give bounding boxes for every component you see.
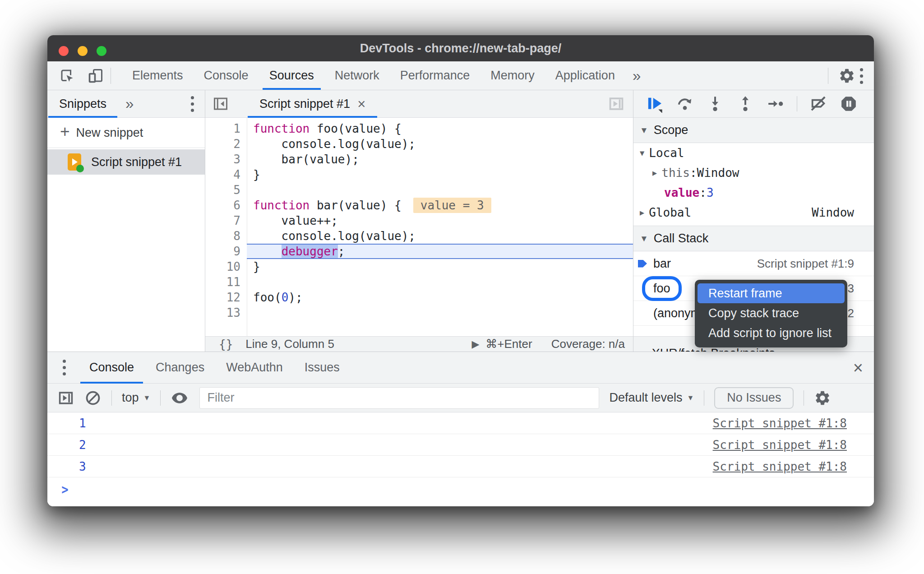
console-message-row[interactable]: 1Script snippet #1:8 — [47, 412, 874, 434]
menu-item-restart-frame[interactable]: Restart frame — [698, 283, 845, 303]
inspect-icon[interactable] — [59, 68, 75, 84]
code-line[interactable]: 11 — [205, 274, 633, 290]
run-snippet-icon[interactable]: ▶ — [471, 338, 479, 350]
navigator-kebab-icon[interactable] — [186, 96, 199, 112]
scope-local[interactable]: ▼ Local — [633, 143, 874, 163]
scope-global-label: Global — [649, 206, 691, 219]
code-editor[interactable]: 1function foo(value) {2 console.log(valu… — [205, 118, 633, 336]
code-token: function — [253, 199, 310, 212]
close-window-button[interactable] — [59, 46, 69, 56]
console-prompt[interactable]: > — [47, 477, 874, 501]
line-number[interactable]: 9 — [205, 244, 247, 259]
message-source-link[interactable]: Script snippet #1:8 — [713, 417, 847, 430]
line-number[interactable]: 6 — [205, 198, 247, 213]
line-number[interactable]: 8 — [205, 228, 247, 244]
tab-application[interactable]: Application — [545, 61, 625, 90]
close-tab-icon[interactable]: × — [357, 97, 365, 111]
step-out-icon[interactable] — [736, 95, 754, 113]
console-filter-input[interactable] — [199, 387, 599, 409]
code-line[interactable]: 4} — [205, 167, 633, 182]
step-into-icon[interactable] — [706, 95, 724, 113]
tab-performance[interactable]: Performance — [390, 61, 480, 90]
minimize-window-button[interactable] — [78, 46, 88, 56]
tab-network[interactable]: Network — [324, 61, 390, 90]
collapse-triangle-icon: ▼ — [640, 234, 648, 244]
scope-section-header[interactable]: ▼ Scope — [633, 118, 874, 143]
resume-script-icon[interactable] — [646, 95, 664, 113]
line-number[interactable]: 2 — [205, 136, 247, 152]
console-settings-gear-icon[interactable] — [814, 389, 831, 407]
prompt-chevron-icon: > — [61, 481, 68, 497]
tab-snippets[interactable]: Snippets — [47, 90, 118, 117]
tab-elements[interactable]: Elements — [122, 61, 194, 90]
more-tabs-icon[interactable]: » — [625, 67, 648, 84]
call-stack-frame[interactable]: barScript snippet #1:9 — [633, 251, 874, 276]
message-source-link[interactable]: Script snippet #1:8 — [713, 460, 847, 473]
more-navigator-tabs-icon[interactable]: » — [118, 95, 141, 112]
new-snippet-button[interactable]: + New snippet — [47, 118, 205, 148]
line-number[interactable]: 13 — [205, 305, 247, 320]
device-toolbar-icon[interactable] — [87, 68, 104, 84]
drawer-tab-webauthn[interactable]: WebAuthn — [215, 352, 294, 383]
line-number[interactable]: 11 — [205, 274, 247, 290]
no-issues-button[interactable]: No Issues — [714, 387, 794, 409]
line-number[interactable]: 7 — [205, 213, 247, 228]
active-frame-marker-icon — [638, 260, 647, 268]
drawer-tab-issues[interactable]: Issues — [294, 352, 351, 383]
context-menu: Restart frameCopy stack traceAdd script … — [695, 280, 847, 347]
console-message-row[interactable]: 3Script snippet #1:8 — [47, 456, 874, 477]
scope-value-row[interactable]: value: 3 — [633, 183, 874, 203]
navigator-pane: Snippets » + New snippet Script snippet … — [47, 90, 205, 352]
code-line[interactable]: 5 — [205, 182, 633, 198]
menu-item-add-script-to-ignore-list[interactable]: Add script to ignore list — [698, 323, 845, 343]
code-line[interactable]: 1function foo(value) { — [205, 121, 633, 136]
log-levels-selector[interactable]: Default levels ▼ — [609, 391, 694, 405]
scope-this-row[interactable]: ▶ this: Window — [633, 163, 874, 183]
line-number[interactable]: 4 — [205, 167, 247, 182]
drawer-tab-changes[interactable]: Changes — [145, 352, 215, 383]
tab-console[interactable]: Console — [194, 61, 259, 90]
pretty-print-icon[interactable]: {} — [219, 338, 233, 351]
drawer-kebab-icon[interactable] — [58, 360, 70, 375]
line-number[interactable]: 3 — [205, 152, 247, 167]
code-line[interactable]: 12foo(0); — [205, 290, 633, 305]
console-message-row[interactable]: 2Script snippet #1:8 — [47, 434, 874, 456]
code-line[interactable]: 8 console.log(value); — [205, 228, 633, 244]
pause-on-exceptions-icon[interactable] — [840, 95, 858, 113]
clear-console-icon[interactable] — [84, 389, 102, 407]
settings-gear-icon[interactable] — [838, 67, 855, 84]
call-stack-section-header[interactable]: ▼ Call Stack — [633, 226, 874, 251]
context-selector[interactable]: top ▼ — [122, 391, 150, 405]
step-over-icon[interactable] — [676, 95, 694, 113]
zoom-window-button[interactable] — [97, 46, 106, 56]
code-line[interactable]: 7 value++; — [205, 213, 633, 228]
code-line[interactable]: 9 debugger; — [205, 244, 633, 259]
code-line[interactable]: 3 bar(value); — [205, 152, 633, 167]
step-icon[interactable] — [767, 95, 785, 113]
code-line[interactable]: 13 — [205, 305, 633, 320]
show-console-sidebar-icon[interactable] — [57, 389, 74, 407]
close-drawer-icon[interactable]: × — [853, 359, 863, 376]
snippet-item[interactable]: Script snippet #1 — [47, 149, 205, 175]
main-menu-kebab-icon[interactable] — [855, 68, 868, 84]
live-expression-eye-icon[interactable] — [171, 389, 189, 407]
pretty-print-toggle-icon[interactable] — [608, 95, 625, 112]
line-number[interactable]: 1 — [205, 121, 247, 136]
tab-sources[interactable]: Sources — [259, 61, 324, 90]
code-line[interactable]: 6function bar(value) {value = 3 — [205, 198, 633, 213]
line-number[interactable]: 12 — [205, 290, 247, 305]
line-number[interactable]: 5 — [205, 182, 247, 198]
code-line[interactable]: 10} — [205, 259, 633, 274]
drawer-tab-console[interactable]: Console — [79, 352, 145, 383]
tab-memory[interactable]: Memory — [480, 61, 545, 90]
hide-navigator-icon[interactable] — [213, 96, 229, 112]
message-source-link[interactable]: Script snippet #1:8 — [713, 438, 847, 452]
menu-item-copy-stack-trace[interactable]: Copy stack trace — [698, 303, 845, 323]
line-number[interactable]: 10 — [205, 259, 247, 274]
deactivate-breakpoints-icon[interactable] — [809, 95, 827, 113]
frame-location[interactable]: Script snippet #1:9 — [757, 257, 854, 271]
log-levels-value: Default levels — [609, 391, 682, 405]
scope-global-row[interactable]: ▶ Global Window — [633, 203, 874, 222]
editor-tab[interactable]: Script snippet #1 × — [248, 90, 377, 117]
code-line[interactable]: 2 console.log(value); — [205, 136, 633, 152]
